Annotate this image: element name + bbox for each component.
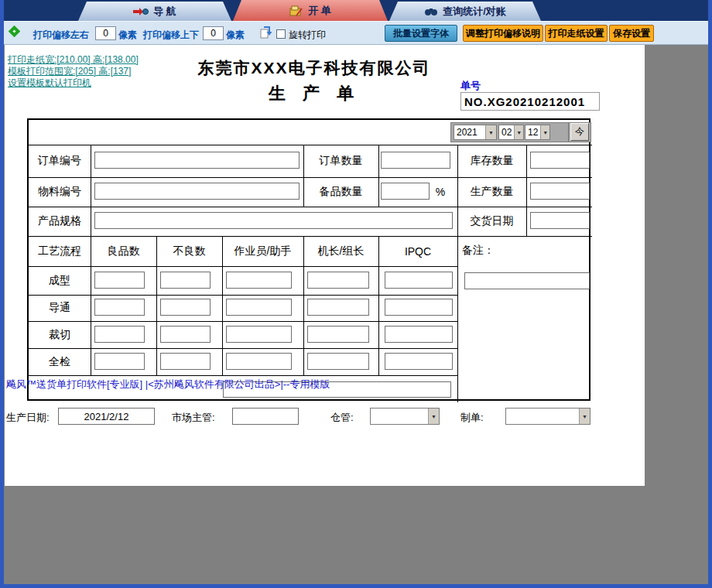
day-select[interactable]: 12 ▼: [525, 125, 550, 140]
inspection-operator-input[interactable]: [226, 353, 292, 370]
order-no-label: 单号: [460, 79, 481, 93]
rotate-print-checkbox[interactable]: [276, 29, 286, 39]
gridline: [29, 295, 458, 296]
offset-horizontal-unit: 像素: [118, 29, 137, 42]
tab-billing[interactable]: 开 单: [233, 0, 388, 21]
batch-font-button[interactable]: 批量设置字体: [385, 25, 457, 42]
offset-horizontal-input[interactable]: [95, 26, 116, 40]
chevron-down-icon: ▼: [514, 125, 523, 139]
offset-vertical-input[interactable]: [203, 26, 224, 40]
conduction-defect-qty-input[interactable]: [160, 299, 211, 316]
production-qty-input[interactable]: [530, 183, 590, 200]
cutting-leader-input[interactable]: [307, 326, 369, 343]
defect-qty-header: 不良数: [156, 236, 222, 266]
order-no-value[interactable]: NO.XG20210212001: [460, 92, 600, 111]
conduction-leader-input[interactable]: [307, 299, 369, 316]
order-qty-label: 订单数量: [303, 145, 378, 177]
rotate-print-label: 旋转打印: [289, 29, 326, 42]
gridline: [29, 266, 458, 267]
order-id-input[interactable]: [94, 152, 300, 169]
gridline: [378, 145, 379, 207]
stock-qty-label: 库存数量: [457, 145, 526, 177]
company-title: 东莞市XXX电子科技有限公司: [98, 57, 531, 79]
tab-query-stats[interactable]: 查询统计/对账: [389, 2, 541, 21]
stock-qty-input[interactable]: [530, 152, 590, 169]
gridline: [526, 145, 527, 236]
paper-feed-button[interactable]: 打印走纸设置: [545, 25, 608, 42]
offset-horizontal-label: 打印偏移左右: [33, 29, 89, 42]
chevron-down-icon: ▼: [428, 409, 439, 424]
material-id-input[interactable]: [94, 183, 300, 200]
process-row-label: 导通: [29, 295, 91, 321]
process-row-label: 裁切: [29, 321, 91, 348]
inspection-good-qty-input[interactable]: [94, 353, 145, 370]
diamond-icon: [9, 26, 21, 38]
inspection-leader-input[interactable]: [307, 353, 369, 370]
process-row-label: 全检: [29, 348, 91, 375]
market-manager-input[interactable]: [232, 408, 299, 425]
inspection-ipqc-input[interactable]: [385, 353, 453, 370]
conduction-operator-input[interactable]: [226, 299, 292, 316]
maker-select[interactable]: ▼: [505, 408, 590, 425]
order-qty-input[interactable]: [381, 152, 450, 169]
warehouse-select[interactable]: ▼: [370, 408, 440, 425]
spare-qty-unit: %: [433, 177, 448, 207]
tab-bar: 导 航 开 单 查询统计/对账: [4, 0, 708, 21]
delivery-date-input[interactable]: [530, 212, 590, 229]
default-printer-link[interactable]: 设置模板默认打印机: [8, 77, 91, 90]
process-flow-header: 工艺流程: [29, 236, 91, 266]
conduction-ipqc-input[interactable]: [385, 299, 453, 316]
offset-vertical-label: 打印偏移上下: [143, 29, 199, 42]
remark-input[interactable]: [464, 272, 590, 289]
spare-qty-input[interactable]: [381, 183, 430, 200]
app-window: 导 航 开 单 查询统计/对账 打印偏移左右 像素 打印偏移上下 像素: [0, 0, 712, 588]
print-template-document: 打印走纸宽:[210.00] 高:[138.00] 模板打印范围宽:[205] …: [5, 45, 645, 486]
chevron-down-icon: ▼: [540, 125, 549, 139]
conduction-good-qty-input[interactable]: [94, 299, 145, 316]
remark-label: 备注：: [462, 244, 495, 258]
product-spec-label: 产品规格: [29, 207, 91, 236]
today-button[interactable]: 今: [570, 123, 589, 141]
molding-good-qty-input[interactable]: [94, 272, 145, 289]
good-qty-header: 良品数: [91, 236, 156, 266]
production-date-input[interactable]: [58, 408, 155, 425]
gridline: [29, 375, 458, 376]
cutting-defect-qty-input[interactable]: [160, 326, 211, 343]
production-order-table: 2021 ▼ 02 ▼ 12 ▼ 今 订单编号 订单数量 库存数量 物料编号: [27, 118, 590, 401]
product-spec-input[interactable]: [94, 212, 453, 229]
warehouse-label: 仓管:: [330, 411, 354, 425]
tab-label: 开 单: [308, 4, 331, 18]
order-id-label: 订单编号: [29, 145, 91, 177]
leader-header: 机长/组长: [303, 236, 378, 266]
tab-label: 导 航: [153, 5, 176, 19]
offset-vertical-unit: 像素: [226, 29, 245, 42]
molding-leader-input[interactable]: [307, 272, 369, 289]
molding-ipqc-input[interactable]: [385, 272, 453, 289]
toolbar: 打印偏移左右 像素 打印偏移上下 像素 旋转打印 批量设置字体 调整打印偏移说明…: [4, 21, 708, 45]
tab-navigation[interactable]: 导 航: [78, 2, 231, 21]
material-id-label: 物料编号: [29, 177, 91, 207]
gridline: [29, 348, 458, 349]
software-watermark: 飚风™送货单打印软件[专业版] |<苏州飚风软件有限公司出品>|--专用模版: [6, 378, 330, 391]
gridline: [29, 321, 458, 322]
molding-defect-qty-input[interactable]: [160, 272, 211, 289]
spare-qty-label: 备品数量: [303, 177, 378, 207]
production-date-label: 生产日期:: [6, 411, 50, 425]
ipqc-header: IPQC: [378, 236, 457, 266]
operator-header: 作业员/助手: [222, 236, 303, 266]
chevron-down-icon: ▼: [579, 409, 590, 424]
market-manager-label: 市场主管:: [172, 411, 215, 425]
cutting-ipqc-input[interactable]: [385, 326, 453, 343]
month-select[interactable]: 02 ▼: [498, 125, 524, 140]
year-select[interactable]: 2021 ▼: [454, 125, 497, 140]
binoculars-icon: [424, 7, 438, 16]
cutting-good-qty-input[interactable]: [94, 326, 145, 343]
rotate-print-icon: [259, 25, 272, 39]
cutting-operator-input[interactable]: [226, 326, 292, 343]
adjust-offset-button[interactable]: 调整打印偏移说明: [463, 25, 543, 42]
save-settings-button[interactable]: 保存设置: [609, 25, 654, 42]
molding-operator-input[interactable]: [226, 272, 292, 289]
inspection-defect-qty-input[interactable]: [160, 353, 211, 370]
date-bar-divider: [568, 123, 569, 142]
delivery-date-label: 交货日期: [457, 207, 526, 236]
